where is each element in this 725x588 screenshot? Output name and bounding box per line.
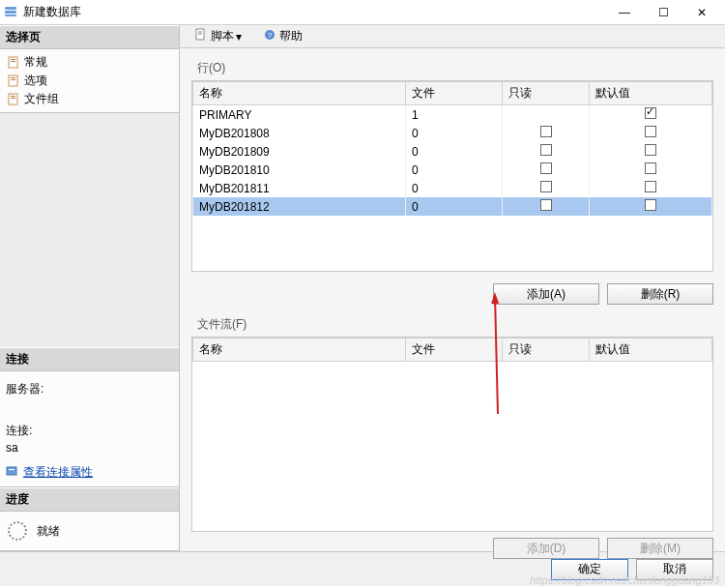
cell-file[interactable]: 0 [406, 142, 503, 161]
select-page-header: 选择页 [0, 25, 179, 49]
col-file-header[interactable]: 文件 [406, 82, 503, 105]
ok-button[interactable]: 确定 [551, 559, 628, 580]
cell-file[interactable]: 0 [406, 197, 503, 216]
help-label: 帮助 [279, 28, 303, 44]
script-button[interactable]: 脚本 ▾ [188, 25, 252, 47]
cell-name[interactable]: MyDB201812 [193, 197, 406, 216]
col-readonly-header[interactable]: 只读 [503, 82, 590, 105]
default-checkbox[interactable] [645, 181, 656, 192]
cell-name[interactable]: PRIMARY [193, 105, 406, 125]
default-checkbox[interactable] [645, 144, 656, 156]
content-pane: 脚本 ▾ ? 帮助 行(O) 名称 文件 [180, 25, 725, 551]
readonly-checkbox[interactable] [540, 126, 552, 137]
readonly-checkbox[interactable] [540, 162, 552, 174]
minimize-button[interactable]: — [605, 2, 644, 23]
table-row[interactable]: MyDB2018080 [193, 124, 712, 142]
cell-default[interactable] [590, 197, 712, 216]
default-checkbox[interactable] [645, 107, 656, 119]
cell-default[interactable] [590, 179, 712, 197]
cell-file[interactable]: 0 [406, 124, 503, 142]
table-row[interactable]: MyDB2018100 [193, 161, 712, 179]
rows-group-label: 行(O) [191, 56, 713, 80]
connection-header: 连接 [0, 347, 179, 371]
app-icon [4, 5, 19, 20]
cell-default[interactable] [590, 124, 712, 142]
filegroups-table[interactable]: 名称 文件 只读 默认值 PRIMARY1MyDB2018080MyDB2018… [192, 81, 712, 216]
properties-icon [6, 464, 19, 481]
add-filestream-button[interactable]: 添加(D) [493, 538, 599, 559]
rows-group: 名称 文件 只读 默认值 PRIMARY1MyDB2018080MyDB2018… [191, 80, 713, 272]
svg-rect-6 [9, 75, 17, 86]
default-checkbox[interactable] [645, 199, 656, 211]
sidebar-item-label: 常规 [24, 54, 47, 71]
help-button[interactable]: ? 帮助 [256, 25, 309, 47]
svg-text:?: ? [268, 31, 273, 40]
cell-readonly[interactable] [503, 105, 590, 125]
cell-readonly[interactable] [503, 124, 590, 142]
col-default-header[interactable]: 默认值 [590, 82, 712, 105]
remove-filegroup-button[interactable]: 删除(R) [607, 283, 713, 305]
col-name-header[interactable]: 名称 [193, 338, 406, 362]
view-connection-properties-link[interactable]: 查看连接属性 [6, 464, 173, 481]
cell-readonly[interactable] [503, 142, 590, 161]
filestream-table[interactable]: 名称 文件 只读 默认值 [192, 338, 712, 362]
add-filegroup-button[interactable]: 添加(A) [493, 283, 599, 305]
conn-value: sa [6, 441, 173, 455]
col-default-header[interactable]: 默认值 [590, 338, 712, 362]
sidebar-item-general[interactable]: 常规 [2, 53, 177, 72]
page-icon [6, 74, 21, 88]
default-checkbox[interactable] [645, 126, 656, 137]
svg-rect-11 [11, 98, 15, 99]
table-row[interactable]: MyDB2018090 [193, 142, 712, 161]
help-icon: ? [263, 28, 276, 44]
server-value [6, 399, 173, 413]
table-row[interactable]: MyDB2018120 [193, 197, 712, 216]
window-controls: — ☐ ✕ [605, 2, 721, 23]
readonly-checkbox[interactable] [540, 199, 552, 211]
conn-label: 连接: [6, 423, 173, 439]
col-file-header[interactable]: 文件 [406, 338, 503, 362]
close-button[interactable]: ✕ [682, 2, 721, 23]
default-checkbox[interactable] [645, 162, 656, 174]
readonly-checkbox[interactable] [540, 144, 552, 156]
script-icon [194, 28, 208, 44]
cell-name[interactable]: MyDB201809 [193, 142, 406, 161]
cell-name[interactable]: MyDB201811 [193, 179, 406, 197]
cell-default[interactable] [590, 161, 712, 179]
cell-name[interactable]: MyDB201808 [193, 124, 406, 142]
cell-readonly[interactable] [503, 197, 590, 216]
svg-rect-10 [11, 96, 15, 97]
filestream-group: 名称 文件 只读 默认值 [191, 337, 713, 532]
svg-rect-5 [11, 61, 15, 62]
table-row[interactable]: PRIMARY1 [193, 105, 712, 125]
remove-filestream-button[interactable]: 删除(M) [607, 538, 713, 559]
page-icon [6, 56, 21, 70]
sidebar-item-label: 文件组 [24, 91, 59, 107]
maximize-button[interactable]: ☐ [644, 2, 682, 23]
col-readonly-header[interactable]: 只读 [503, 338, 590, 362]
cell-file[interactable]: 1 [406, 105, 503, 125]
svg-rect-8 [11, 79, 15, 80]
window-title: 新建数据库 [23, 4, 605, 20]
sidebar-item-filegroups[interactable]: 文件组 [2, 90, 177, 108]
col-name-header[interactable]: 名称 [193, 82, 406, 105]
progress-spinner-icon [8, 521, 27, 541]
cell-readonly[interactable] [503, 179, 590, 197]
cell-readonly[interactable] [503, 161, 590, 179]
filestream-group-label: 文件流(F) [191, 312, 713, 337]
sidebar-item-options[interactable]: 选项 [2, 72, 177, 90]
svg-rect-3 [9, 57, 17, 68]
cell-default[interactable] [590, 142, 712, 161]
script-label: 脚本 [211, 28, 234, 44]
cancel-button[interactable]: 取消 [636, 559, 713, 580]
table-row[interactable]: MyDB2018110 [193, 179, 712, 197]
svg-rect-12 [7, 467, 16, 475]
readonly-checkbox[interactable] [540, 181, 552, 192]
cell-file[interactable]: 0 [406, 161, 503, 179]
svg-rect-2 [5, 15, 16, 16]
cell-name[interactable]: MyDB201810 [193, 161, 406, 179]
dropdown-arrow-icon: ▾ [236, 30, 246, 44]
svg-rect-0 [5, 7, 16, 10]
cell-default[interactable] [590, 105, 712, 125]
cell-file[interactable]: 0 [406, 179, 503, 197]
